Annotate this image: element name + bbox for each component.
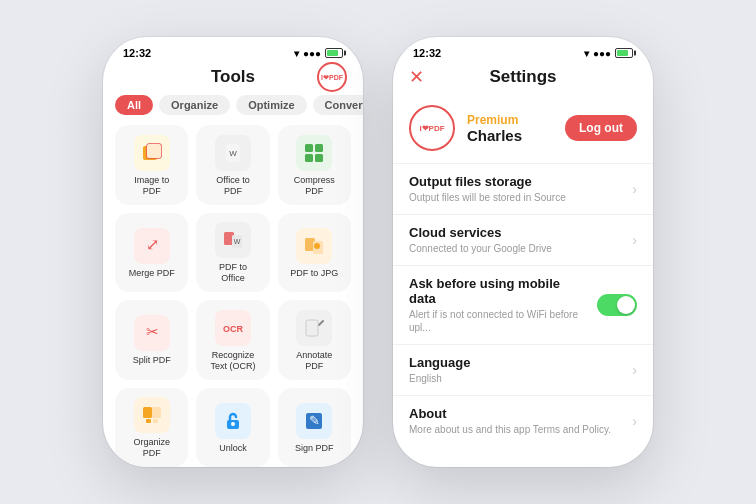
settings-item-mobile-data-content: Ask before using mobile data Alert if is… [409, 276, 589, 334]
settings-item-storage-content: Output files storage Output files will b… [409, 174, 624, 204]
svg-rect-25 [146, 419, 151, 423]
tool-label-split: Split PDF [133, 355, 171, 366]
svg-rect-26 [153, 419, 158, 423]
settings-item-language-sub: English [409, 372, 624, 385]
filter-tab-organize[interactable]: Organize [159, 95, 230, 115]
tool-split-pdf[interactable]: ✂ Split PDF [115, 300, 188, 380]
settings-item-cloud-title: Cloud services [409, 225, 624, 240]
tool-office-to-pdf[interactable]: W Office toPDF [196, 125, 269, 205]
settings-item-mobile-data-sub: Alert if is not connected to WiFi before… [409, 308, 589, 334]
tool-label-pdf-jpg: PDF to JPG [290, 268, 338, 279]
settings-header: ✕ Settings [393, 63, 653, 97]
svg-text:W: W [229, 149, 237, 158]
tools-header: Tools I❤PDF [103, 63, 363, 95]
tool-label-unlock: Unlock [219, 443, 247, 454]
settings-item-storage[interactable]: Output files storage Output files will b… [393, 163, 653, 214]
tool-label-organize: OrganizePDF [133, 437, 170, 459]
tool-unlock[interactable]: Unlock [196, 388, 269, 468]
status-time-tools: 12:32 [123, 47, 151, 59]
tool-label-pdf-office: PDF toOffice [219, 262, 247, 284]
battery-icon [325, 48, 343, 58]
tool-label-sign: Sign PDF [295, 443, 334, 454]
settings-item-about-sub: More about us and this app Terms and Pol… [409, 423, 624, 436]
close-button[interactable]: ✕ [409, 68, 424, 86]
tool-label-office-pdf: Office toPDF [216, 175, 249, 197]
svg-rect-2 [147, 144, 161, 158]
settings-item-cloud-sub: Connected to your Google Drive [409, 242, 624, 255]
svg-point-16 [314, 243, 320, 249]
tool-sign-pdf[interactable]: ✎ Sign PDF [278, 388, 351, 468]
profile-logo: I❤PDF [409, 105, 455, 151]
settings-item-language-content: Language English [409, 355, 624, 385]
signal-icon-settings: ●●● [593, 48, 611, 59]
settings-item-language[interactable]: Language English › [393, 344, 653, 395]
tool-merge-pdf[interactable]: ⤢ Merge PDF [115, 213, 188, 293]
logout-button[interactable]: Log out [565, 115, 637, 141]
status-time-settings: 12:32 [413, 47, 441, 59]
filter-tab-all[interactable]: All [115, 95, 153, 115]
status-bar-tools: 12:32 ▾ ●●● [103, 37, 363, 63]
tool-label-merge: Merge PDF [129, 268, 175, 279]
tool-pdf-to-jpg[interactable]: PDF to JPG [278, 213, 351, 293]
tool-annotate[interactable]: AnnotatePDF [278, 300, 351, 380]
filter-tab-optimize[interactable]: Optimize [236, 95, 306, 115]
settings-phone: 12:32 ▾ ●●● ✕ Settings I❤PDF Premium Cha… [393, 37, 653, 467]
tool-label-ocr: RecognizeText (OCR) [210, 350, 255, 372]
settings-item-storage-title: Output files storage [409, 174, 624, 189]
svg-text:OCR: OCR [223, 324, 244, 334]
status-icons-settings: ▾ ●●● [584, 48, 633, 59]
tool-icon-sign: ✎ [296, 403, 332, 439]
profile-info: Premium Charles [467, 113, 553, 144]
svg-line-21 [319, 321, 323, 325]
chevron-icon-language: › [632, 362, 637, 378]
mobile-data-toggle[interactable] [597, 294, 637, 316]
filter-tabs: All Organize Optimize Convert [103, 95, 363, 125]
battery-icon-settings [615, 48, 633, 58]
status-icons-tools: ▾ ●●● [294, 48, 343, 59]
settings-item-storage-sub: Output files will be stored in Source [409, 191, 624, 204]
tool-icon-compress [296, 135, 332, 171]
tool-compress-pdf[interactable]: CompressPDF [278, 125, 351, 205]
tool-label-image-pdf: Image toPDF [134, 175, 169, 197]
tool-ocr[interactable]: OCR RecognizeText (OCR) [196, 300, 269, 380]
tools-title: Tools [211, 67, 255, 87]
svg-rect-23 [143, 407, 152, 418]
svg-rect-24 [152, 407, 161, 418]
tool-pdf-to-office[interactable]: W PDF toOffice [196, 213, 269, 293]
tool-icon-unlock [215, 403, 251, 439]
toggle-knob [617, 296, 635, 314]
svg-text:✂: ✂ [145, 323, 158, 340]
profile-name: Charles [467, 127, 553, 144]
settings-item-about[interactable]: About More about us and this app Terms a… [393, 395, 653, 446]
svg-rect-20 [306, 320, 318, 336]
profile-logo-text: I❤PDF [419, 124, 444, 133]
settings-title: Settings [489, 67, 556, 87]
svg-text:⤢: ⤢ [145, 236, 158, 253]
settings-item-about-title: About [409, 406, 624, 421]
tool-icon-split: ✂ [134, 315, 170, 351]
tool-icon-image-pdf [134, 135, 170, 171]
tool-organize-pdf[interactable]: OrganizePDF [115, 388, 188, 468]
signal-icon: ●●● [303, 48, 321, 59]
avatar-text: I❤PDF [321, 74, 343, 81]
tool-icon-pdf-jpg [296, 228, 332, 264]
tool-icon-pdf-office: W [215, 222, 251, 258]
chevron-icon-about: › [632, 413, 637, 429]
settings-list: Output files storage Output files will b… [393, 163, 653, 467]
status-bar-settings: 12:32 ▾ ●●● [393, 37, 653, 63]
wifi-icon-settings: ▾ [584, 48, 589, 59]
svg-rect-9 [315, 154, 323, 162]
tool-icon-annotate [296, 310, 332, 346]
wifi-icon: ▾ [294, 48, 299, 59]
tools-phone: 12:32 ▾ ●●● Tools I❤PDF All Organize Opt… [103, 37, 363, 467]
avatar-circle[interactable]: I❤PDF [317, 62, 347, 92]
svg-rect-7 [315, 144, 323, 152]
chevron-icon-storage: › [632, 181, 637, 197]
profile-section: I❤PDF Premium Charles Log out [393, 97, 653, 163]
tool-label-compress: CompressPDF [294, 175, 335, 197]
settings-item-mobile-data[interactable]: Ask before using mobile data Alert if is… [393, 265, 653, 344]
filter-tab-convert[interactable]: Convert [313, 95, 363, 115]
settings-item-cloud[interactable]: Cloud services Connected to your Google … [393, 214, 653, 265]
tool-image-to-pdf[interactable]: Image toPDF [115, 125, 188, 205]
settings-item-language-title: Language [409, 355, 624, 370]
